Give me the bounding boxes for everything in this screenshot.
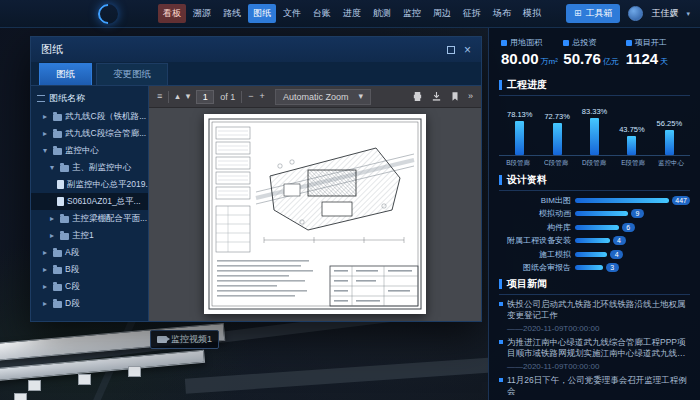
folder-icon xyxy=(53,250,62,257)
news-item[interactable]: 为推进江南中心绿道武九线综合管廊工程PPP项目顺市域铁路网规划实施江南中心绿道武… xyxy=(499,337,690,371)
tree-item[interactable]: ▸ 主控梁棚配合平面... xyxy=(31,210,148,227)
kpi-value: 50.76 xyxy=(563,50,601,67)
folder-icon xyxy=(60,216,69,223)
zoom-out-icon[interactable]: − xyxy=(248,92,253,101)
news-item[interactable]: 铁投公司启动武九铁路北环线铁路沿线土地权属变更登记工作 ——2020-11-09… xyxy=(499,299,690,333)
news-date: ——2020-11-09T00:00:00 xyxy=(507,362,690,371)
tree-item[interactable]: ▸ C段 xyxy=(31,278,148,295)
page-down-icon[interactable]: ▾ xyxy=(186,92,191,101)
chevron-right-icon: ▸ xyxy=(43,249,50,257)
modal-tabs: 图纸 变更图纸 xyxy=(31,62,481,86)
topbar-right: ⊞ 工具箱 王佳媛 ▾ xyxy=(566,4,690,23)
kpi-value: 1124 xyxy=(626,50,659,67)
design-bar-fill xyxy=(575,252,607,257)
kpi-value: 80.00 xyxy=(501,50,539,67)
folder-icon xyxy=(53,131,62,138)
app-window: 监控视频1 看板 溯源 路线 图纸 文件 台账 进度 航测 监控 周边 征拆 场… xyxy=(0,0,700,400)
nav-item[interactable]: 监控 xyxy=(398,4,426,23)
tree-item[interactable]: ▸ B段 xyxy=(31,261,148,278)
file-icon xyxy=(57,180,64,189)
chevron-right-icon: ▸ xyxy=(50,232,57,240)
calendar-icon xyxy=(626,40,632,46)
tree-item[interactable]: ▾ 主、副监控中心 xyxy=(31,159,148,176)
folder-icon xyxy=(60,233,69,240)
page-count-label: of 1 xyxy=(220,92,235,102)
folder-icon xyxy=(60,165,69,172)
tree-item[interactable]: ▾ 监控中心 xyxy=(31,142,148,159)
section-title-design: 设计资料 xyxy=(499,173,690,191)
nav-item[interactable]: 场布 xyxy=(488,4,516,23)
zoom-in-icon[interactable]: + xyxy=(260,92,265,101)
tree-item[interactable]: ▸ A段 xyxy=(31,244,148,261)
nav-item[interactable]: 航测 xyxy=(368,4,396,23)
nav-item[interactable]: 文件 xyxy=(278,4,306,23)
tree-header-label: 图纸名称 xyxy=(49,92,85,105)
page-up-icon[interactable]: ▴ xyxy=(175,92,180,101)
more-tools-icon[interactable]: » xyxy=(468,92,473,101)
nav-item[interactable]: 周边 xyxy=(428,4,456,23)
pier-model xyxy=(128,366,141,377)
investment-icon xyxy=(563,40,569,46)
pdf-document-area[interactable] xyxy=(149,108,481,321)
nav-item[interactable]: 台账 xyxy=(308,4,336,23)
tree-item[interactable]: ▸ 武九线C段（铁机路... xyxy=(31,108,148,125)
progress-value: 78.13% xyxy=(507,110,532,119)
brand-logo xyxy=(94,0,122,28)
nav-item[interactable]: 进度 xyxy=(338,4,366,23)
modal-header[interactable]: 图纸 × xyxy=(31,37,481,62)
progress-bar xyxy=(590,118,599,155)
tree-item[interactable]: ▸ D段 xyxy=(31,295,148,312)
download-icon[interactable] xyxy=(431,91,442,102)
news-item[interactable]: 11月26日下午，公司党委理事会召开监理工程例会 xyxy=(499,375,690,398)
progress-value: 72.73% xyxy=(544,112,569,121)
design-badge: 3 xyxy=(606,263,619,272)
nav-item[interactable]: 模拟 xyxy=(518,4,546,23)
chevron-right-icon: ▸ xyxy=(43,266,50,274)
nav-item[interactable]: 路线 xyxy=(218,4,246,23)
nav-item-drawings[interactable]: 图纸 xyxy=(248,4,276,23)
kpi-days-started: 项目开工 1124天 xyxy=(626,37,688,66)
camera-marker[interactable]: 监控视频1 xyxy=(150,330,219,349)
progress-x-labels: B段管廊 C段管廊 D段管廊 E段管廊 监控中心 xyxy=(499,158,690,168)
nav-item-dashboard[interactable]: 看板 xyxy=(158,4,186,23)
chevron-right-icon: ▸ xyxy=(50,215,57,223)
tree-item[interactable]: 副监控中心总平2019... xyxy=(31,176,148,193)
progress-bar xyxy=(553,123,562,155)
divider xyxy=(168,91,169,103)
design-badge: 447 xyxy=(672,196,690,205)
main-nav: 看板 溯源 路线 图纸 文件 台账 进度 航测 监控 周边 征拆 场布 模拟 xyxy=(158,4,546,23)
tab-changed-drawings[interactable]: 变更图纸 xyxy=(96,63,168,85)
fullscreen-icon[interactable] xyxy=(447,46,455,54)
folder-icon xyxy=(53,301,62,308)
tree-item[interactable]: ▸ 主控1 xyxy=(31,227,148,244)
tab-drawings[interactable]: 图纸 xyxy=(39,63,92,85)
chevron-right-icon: ▸ xyxy=(43,130,50,138)
blueprint-sheet[interactable] xyxy=(204,114,426,314)
user-avatar[interactable] xyxy=(628,6,643,21)
design-badge: 6 xyxy=(622,223,635,232)
modal-title: 图纸 xyxy=(41,42,63,57)
tree-item[interactable]: ▸ 武九线C段综合管廊... xyxy=(31,125,148,142)
close-icon[interactable]: × xyxy=(464,44,471,56)
folder-icon xyxy=(53,114,62,121)
user-name[interactable]: 王佳媛 xyxy=(651,7,678,20)
zoom-select-value: Automatic Zoom xyxy=(283,92,349,102)
pier-model xyxy=(78,374,91,385)
print-icon[interactable] xyxy=(412,91,423,102)
scene-road xyxy=(185,357,488,394)
toolbox-button[interactable]: ⊞ 工具箱 xyxy=(566,4,621,23)
tree-item-selected[interactable]: S0610AZ01_总平... xyxy=(31,193,148,210)
chevron-right-icon: ▸ xyxy=(43,113,50,121)
nav-item[interactable]: 溯源 xyxy=(188,4,216,23)
progress-value: 43.75% xyxy=(619,125,644,134)
toolbox-button-label: 工具箱 xyxy=(585,7,612,20)
nav-item[interactable]: 征拆 xyxy=(458,4,486,23)
design-bar-fill xyxy=(575,211,628,216)
caret-down-icon[interactable]: ▾ xyxy=(686,10,690,18)
design-badge: 9 xyxy=(631,209,644,218)
page-number-input[interactable] xyxy=(196,90,214,104)
progress-bar-chart: 78.13% 72.73% 83.33% 43.75% 56.25% xyxy=(499,100,690,156)
zoom-select[interactable]: Automatic Zoom ▾ xyxy=(275,89,371,105)
bookmark-icon[interactable] xyxy=(450,91,460,102)
sidebar-toggle-icon[interactable]: ≡ xyxy=(157,92,162,101)
